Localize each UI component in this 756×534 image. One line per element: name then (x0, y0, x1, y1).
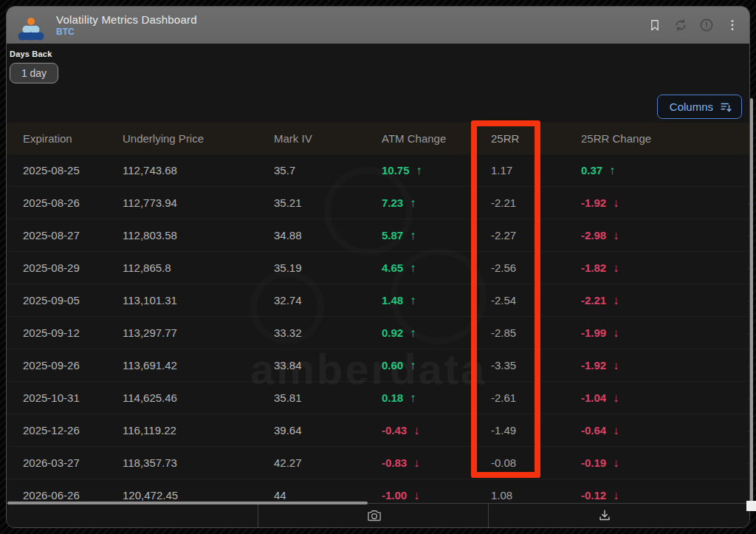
rr25-change-value: -0.19 (581, 456, 606, 469)
table-row[interactable]: 2026-06-26120,472.4544-1.00↓1.08-0.12↓1 (7, 479, 749, 503)
atm-change-value: 5.87 (382, 229, 403, 242)
overflow-menu-icon[interactable] (724, 17, 740, 33)
rr25-change-value: -1.99 (581, 326, 606, 339)
column-header[interactable]: Expiration (23, 132, 123, 145)
download-icon[interactable] (596, 507, 614, 524)
filters-panel: Days Back 1 day (10, 49, 58, 83)
column-header[interactable]: ATM Change (377, 132, 482, 145)
rr25-change-value: -0.12 (581, 489, 606, 502)
atm-change-value: 0.18 (382, 391, 403, 404)
expiration-cell: 2026-06-26 (23, 489, 123, 502)
clipped-cell: 1 (743, 164, 749, 177)
vertical-scrollbar[interactable] (750, 98, 753, 502)
table-row[interactable]: 2025-09-05113,101.3132.741.48↑-2.54-2.21… (7, 284, 749, 317)
scrollbar-corner (746, 501, 756, 511)
expiration-cell: 2025-09-12 (23, 326, 123, 339)
arrow-up-icon: ↑ (410, 229, 416, 242)
alert-icon[interactable] (698, 17, 715, 33)
table-body: 2025-08-25112,743.6835.710.75↑1.170.37↑1… (7, 154, 749, 503)
column-header[interactable]: 25RR (482, 132, 577, 145)
underlying-price-cell: 112,803.58 (123, 229, 274, 242)
atm-change-cell: -0.43↓ (377, 424, 482, 437)
rr25-change-cell: -1.99↓ (577, 326, 743, 340)
table-row[interactable]: 2026-03-27118,357.7342.27-0.83↓-0.08-0.1… (7, 447, 749, 479)
column-header[interactable]: 25RR Change (577, 132, 743, 145)
rr25-change-value: -0.64 (581, 424, 606, 437)
table-row[interactable]: 2025-10-31114,625.4635.810.18↑-2.61-1.04… (7, 382, 749, 414)
clipped-cell: 1 (743, 489, 749, 502)
arrow-up-icon: ↑ (410, 359, 416, 372)
atm-change-cell: 4.65↑ (377, 261, 482, 275)
bookmark-icon[interactable] (647, 17, 663, 33)
atm-change-value: 4.65 (382, 261, 403, 274)
rr25-cell: -2.85 (482, 326, 577, 339)
table-row[interactable]: 2025-09-12113,297.7733.320.92↑-2.85-1.99… (7, 317, 749, 349)
rr25-cell: -3.35 (482, 359, 577, 372)
arrow-up-icon: ↑ (416, 164, 422, 177)
clipped-cell: -3 (743, 196, 749, 209)
atm-change-cell: 10.75↑ (377, 164, 482, 177)
expiration-cell: 2025-10-31 (23, 391, 123, 404)
days-back-label: Days Back (10, 49, 58, 58)
clipped-cell: -5 (743, 359, 749, 372)
rr25-change-cell: -1.92↓ (577, 196, 743, 210)
clipped-cell: -4 (743, 391, 749, 404)
table-row[interactable]: 2025-08-29112,865.835.194.65↑-2.56-1.82↓… (7, 252, 749, 284)
screenshot-camera-icon[interactable] (365, 507, 383, 524)
column-header[interactable]: Mark IV (274, 132, 377, 145)
arrow-down-icon: ↓ (613, 326, 619, 339)
columns-filter-icon (719, 100, 732, 114)
rr25-change-cell: -0.19↓ (577, 456, 743, 470)
mark-iv-cell: 35.21 (274, 196, 377, 209)
column-header[interactable]: 1 (743, 132, 749, 145)
arrow-down-icon: ↓ (613, 261, 619, 274)
rr25-cell: -2.56 (482, 261, 577, 274)
arrow-up-icon: ↑ (410, 391, 416, 404)
arrow-down-icon: ↓ (613, 294, 619, 307)
mark-iv-cell: 35.81 (274, 391, 377, 404)
table-row[interactable]: 2025-08-25112,743.6835.710.75↑1.170.37↑1 (7, 154, 749, 187)
horizontal-scrollbar[interactable] (7, 502, 368, 504)
column-header[interactable]: Underlying Price (123, 132, 274, 145)
rr25-change-cell: -1.82↓ (577, 261, 743, 275)
toolbar-divider (488, 504, 489, 527)
atm-change-cell: 0.92↑ (377, 326, 482, 340)
rr25-change-cell: -0.12↓ (577, 489, 743, 502)
table-row[interactable]: 2025-08-27112,803.5834.885.87↑-2.27-2.98… (7, 219, 749, 252)
atm-change-cell: -0.83↓ (377, 456, 482, 470)
mark-iv-cell: 44 (274, 489, 377, 502)
expiration-cell: 2026-03-27 (23, 456, 123, 469)
refresh-icon[interactable] (673, 17, 689, 33)
rr25-change-cell: -1.92↓ (577, 359, 743, 372)
table-row[interactable]: 2025-08-26112,773.9435.217.23↑-2.21-1.92… (7, 187, 749, 219)
clipped-cell: -0 (743, 456, 749, 469)
atm-change-value: -0.43 (382, 424, 407, 437)
rr25-cell: 1.08 (482, 489, 577, 502)
atm-change-value: 0.92 (382, 326, 403, 339)
table-row[interactable]: 2025-09-26113,691.4233.840.60↑-3.35-1.92… (7, 349, 749, 382)
rr25-cell: 1.17 (482, 164, 577, 177)
clipped-cell: -4 (743, 294, 749, 307)
days-back-select[interactable]: 1 day (10, 63, 58, 83)
mark-iv-cell: 42.27 (274, 456, 377, 469)
atm-change-cell: 7.23↑ (377, 196, 482, 210)
arrow-down-icon: ↓ (613, 391, 619, 404)
expiration-cell: 2025-08-26 (23, 196, 123, 209)
table-row[interactable]: 2025-12-26116,119.2239.64-0.43↓-1.49-0.6… (7, 414, 749, 447)
arrow-down-icon: ↓ (613, 196, 619, 209)
arrow-down-icon: ↓ (613, 456, 619, 469)
columns-button[interactable]: Columns (657, 95, 742, 119)
mark-iv-cell: 39.64 (274, 424, 377, 437)
underlying-price-cell: 120,472.45 (123, 489, 274, 502)
rr25-change-value: 0.37 (581, 164, 602, 177)
underlying-price-cell: 112,773.94 (123, 196, 274, 209)
rr25-change-cell: -2.98↓ (577, 229, 743, 242)
atm-change-cell: 5.87↑ (377, 229, 482, 242)
rr25-change-value: -1.92 (581, 359, 606, 372)
arrow-down-icon: ↓ (613, 424, 619, 437)
symbol-label: BTC (56, 27, 197, 37)
atm-change-cell: 0.18↑ (377, 391, 482, 405)
rr25-change-value: -2.21 (581, 294, 606, 307)
mark-iv-cell: 34.88 (274, 229, 377, 242)
expiration-cell: 2025-09-05 (23, 294, 123, 307)
